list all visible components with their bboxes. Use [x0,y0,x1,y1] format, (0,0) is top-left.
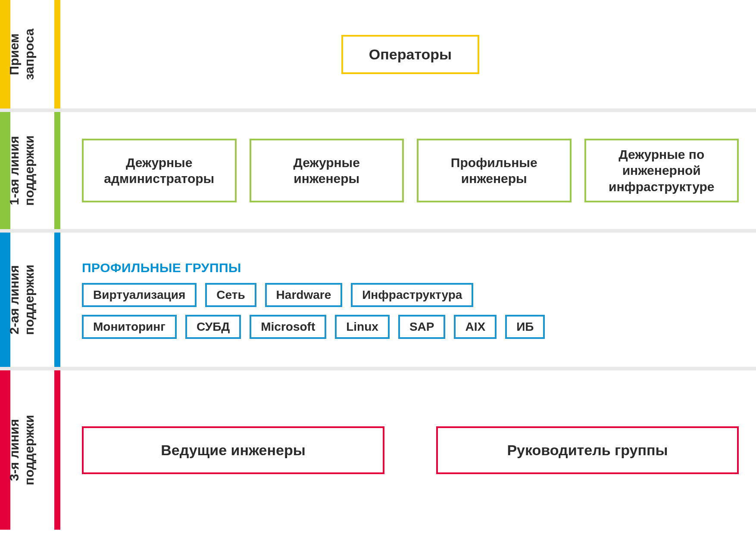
tier-label-line1: 3-я линия [7,415,22,485]
box-monitoring: Мониторинг [82,315,177,339]
tier-label: 3-я линия поддержки [7,415,37,485]
tier-request-intake: Прием запроса Операторы [0,0,756,112]
tier-color-bar-inner [54,233,60,367]
tier-color-bar-inner [54,112,60,229]
tier-color-bar-inner [54,0,60,109]
support-tiers-diagram: Прием запроса Операторы 1-ая линия подде… [0,0,756,534]
box-infosec: ИБ [505,315,545,339]
box-infrastructure: Инфраструктура [351,283,473,307]
box-duty-engineers: Дежурные инженеры [250,139,404,203]
tier-label: Прием запроса [7,28,37,80]
row-third-line: Ведущие инженеры Руководитель группы [82,426,739,474]
tier-sidebar: 2-ая линия поддержки [0,233,60,367]
box-group-lead: Руководитель группы [436,426,739,474]
box-lead-engineers: Ведущие инженеры [82,426,384,474]
tier-sidebar: Прием запроса [0,0,60,109]
tier-label-line2: поддержки [22,415,37,485]
tier-label-line2: поддержки [22,135,37,205]
box-microsoft: Microsoft [250,315,326,339]
tier-color-bar-inner [54,370,60,530]
tier-content: Ведущие инженеры Руководитель группы [60,370,756,530]
box-duty-infra: Дежурные по инженерной инфраструктуре [584,139,739,203]
tier-second-line: 2-ая линия поддержки ПРОФИЛЬНЫЕ ГРУППЫ В… [0,233,756,370]
tier-sidebar: 3-я линия поддержки [0,370,60,530]
row-profile-groups-2: Мониторинг СУБД Microsoft Linux SAP AIX … [82,315,739,339]
box-hardware: Hardware [265,283,343,307]
tier-content: Дежурные администраторы Дежурные инженер… [60,112,756,229]
tier-label: 2-ая линия поддержки [7,264,37,335]
tier-label-line1: Прием [7,28,22,80]
box-linux: Linux [335,315,390,339]
profile-groups-heading: ПРОФИЛЬНЫЕ ГРУППЫ [82,261,739,275]
box-text: Дежурные инженеры [261,155,393,187]
tier-content: Операторы [60,0,756,109]
box-virtualization: Виртуализация [82,283,197,307]
box-text: Дежурные администраторы [93,155,225,187]
tier-label-line2: поддержки [22,264,37,335]
tier-label-line1: 1-ая линия [7,135,22,205]
box-aix: AIX [454,315,497,339]
tier-label-line1: 2-ая линия [7,264,22,335]
tier-third-line: 3-я линия поддержки Ведущие инженеры Рук… [0,370,756,530]
box-operators: Операторы [341,35,479,74]
box-dbms: СУБД [185,315,241,339]
row-first-line: Дежурные администраторы Дежурные инженер… [82,139,739,203]
box-sap: SAP [398,315,446,339]
tier-label-line2: запроса [22,28,37,80]
tier-label: 1-ая линия поддержки [7,135,37,205]
tier-first-line: 1-ая линия поддержки Дежурные администра… [0,112,756,233]
box-text: Дежурные по инженерной инфраструктуре [596,146,728,195]
row-profile-groups-1: Виртуализация Сеть Hardware Инфраструкту… [82,283,739,307]
box-profile-engineers: Профильные инженеры [417,139,572,203]
tier-content: ПРОФИЛЬНЫЕ ГРУППЫ Виртуализация Сеть Har… [60,233,756,367]
box-duty-admins: Дежурные администраторы [82,139,237,203]
tier-sidebar: 1-ая линия поддержки [0,112,60,229]
box-text: Профильные инженеры [428,155,560,187]
box-network: Сеть [205,283,256,307]
